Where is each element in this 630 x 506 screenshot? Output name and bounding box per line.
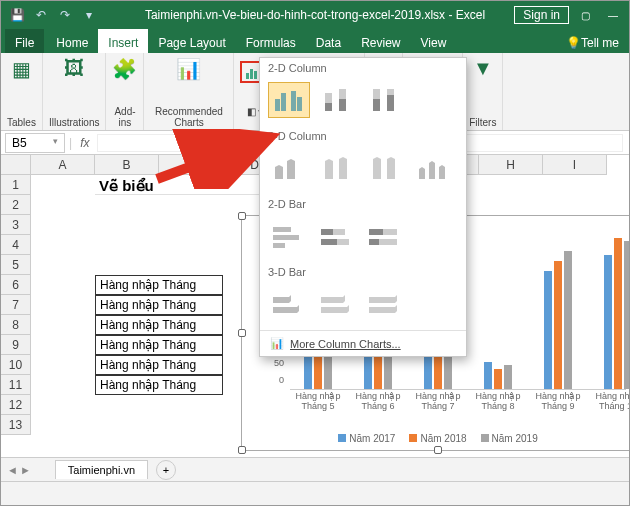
row-header-11[interactable]: 11 [1, 375, 31, 395]
sheet-tab-bar: ◄ ► Taimienphi.vn + [1, 457, 629, 481]
stacked-100-column-option[interactable] [364, 82, 406, 118]
row-header-10[interactable]: 10 [1, 355, 31, 375]
col-header-I[interactable]: I [543, 155, 607, 175]
clustered-3d-bar-option[interactable] [268, 286, 310, 322]
col-header-H[interactable]: H [479, 155, 543, 175]
group-tables[interactable]: ▦ Tables [1, 53, 43, 130]
col-header-A[interactable]: A [31, 155, 95, 175]
qat-customize-icon[interactable]: ▾ [79, 5, 99, 25]
gallery-section-3d-bar: 3-D Bar [260, 262, 466, 282]
stacked-100-3d-bar-option[interactable] [364, 286, 406, 322]
svg-rect-11 [387, 95, 394, 111]
row-header-1[interactable]: 1 [1, 175, 31, 195]
svg-rect-9 [373, 99, 380, 111]
row-header-7[interactable]: 7 [1, 295, 31, 315]
group-recommended-charts[interactable]: 📊 Recommended Charts [144, 53, 234, 130]
row-header-4[interactable]: 4 [1, 235, 31, 255]
clustered-bar-option[interactable] [268, 218, 310, 254]
gallery-section-2d-column: 2-D Column [260, 58, 466, 78]
svg-rect-18 [321, 239, 337, 245]
row-header-3[interactable]: 3 [1, 215, 31, 235]
name-box[interactable]: B5▾ [5, 133, 65, 153]
svg-rect-20 [369, 229, 383, 235]
gallery-section-3d-column: 3-D Column [260, 126, 466, 146]
tab-review[interactable]: Review [351, 29, 410, 53]
svg-rect-16 [321, 229, 333, 235]
tell-me-label: Tell me [581, 36, 619, 50]
stacked-bar-option[interactable] [316, 218, 358, 254]
addins-label: Add- ins [114, 106, 135, 128]
stacked-100-3d-column-option[interactable] [364, 150, 406, 186]
cell-title[interactable]: Vẽ biểu [95, 175, 275, 195]
tab-file[interactable]: File [5, 29, 44, 53]
tab-view[interactable]: View [411, 29, 457, 53]
svg-rect-1 [281, 93, 286, 111]
svg-rect-0 [275, 99, 280, 111]
svg-rect-5 [325, 103, 332, 111]
tables-label: Tables [7, 117, 36, 128]
table-cell[interactable]: Hàng nhập Tháng [95, 295, 223, 315]
gallery-section-2d-bar: 2-D Bar [260, 194, 466, 214]
row-header-5[interactable]: 5 [1, 255, 31, 275]
clustered-column-option[interactable] [268, 82, 310, 118]
minimize-icon[interactable]: — [601, 5, 625, 25]
fx-icon[interactable]: fx [72, 136, 97, 150]
more-column-charts-link[interactable]: 📊 More Column Charts... [260, 330, 466, 356]
svg-rect-13 [273, 235, 299, 240]
row-header-6[interactable]: 6 [1, 275, 31, 295]
tab-formulas[interactable]: Formulas [236, 29, 306, 53]
sign-in-button[interactable]: Sign in [514, 6, 569, 24]
svg-rect-7 [339, 99, 346, 111]
ribbon-options-icon[interactable]: ▢ [573, 5, 597, 25]
stacked-3d-column-option[interactable] [316, 150, 358, 186]
row-header-13[interactable]: 13 [1, 415, 31, 435]
stacked-column-option[interactable] [316, 82, 358, 118]
undo-icon[interactable]: ↶ [31, 5, 51, 25]
tables-icon: ▦ [12, 57, 31, 81]
tab-data[interactable]: Data [306, 29, 351, 53]
table-cell[interactable]: Hàng nhập Tháng [95, 355, 223, 375]
3d-column-option[interactable] [412, 150, 454, 186]
table-cell[interactable]: Hàng nhập Tháng [95, 335, 223, 355]
tab-tell-me[interactable]: 💡 Tell me [556, 29, 629, 53]
table-cell[interactable]: Hàng nhập Tháng [95, 275, 223, 295]
stacked-3d-bar-option[interactable] [316, 286, 358, 322]
select-all-corner[interactable] [1, 155, 31, 175]
sheet-nav-prev-icon[interactable]: ◄ [7, 464, 18, 476]
row-header-9[interactable]: 9 [1, 335, 31, 355]
col-header-B[interactable]: B [95, 155, 159, 175]
svg-rect-14 [273, 243, 285, 248]
ribbon-tabs: File Home Insert Page Layout Formulas Da… [1, 29, 629, 53]
stacked-100-bar-option[interactable] [364, 218, 406, 254]
addins-icon: 🧩 [112, 57, 137, 81]
col-header-C[interactable]: C [159, 155, 223, 175]
recommended-charts-icon: 📊 [176, 57, 201, 81]
row-header-8[interactable]: 8 [1, 315, 31, 335]
add-sheet-button[interactable]: + [156, 460, 176, 480]
illustrations-label: Illustrations [49, 117, 100, 128]
clustered-3d-column-option[interactable] [268, 150, 310, 186]
filters-icon: ▼ [473, 57, 493, 80]
tab-insert[interactable]: Insert [98, 29, 148, 53]
table-cell[interactable]: Hàng nhập Tháng [95, 375, 223, 395]
group-illustrations[interactable]: 🖼 Illustrations [43, 53, 107, 130]
svg-rect-2 [291, 91, 296, 111]
title-bar: 💾 ↶ ↷ ▾ Taimienphi.vn-Ve-bieu-do-hinh-co… [1, 1, 629, 29]
svg-rect-3 [297, 97, 302, 111]
row-header-2[interactable]: 2 [1, 195, 31, 215]
sheet-tab-active[interactable]: Taimienphi.vn [55, 460, 148, 479]
status-bar [1, 481, 629, 505]
tab-page-layout[interactable]: Page Layout [148, 29, 235, 53]
group-filters[interactable]: ▼ Filters [463, 53, 503, 130]
filters-label: Filters [469, 117, 496, 128]
tab-home[interactable]: Home [46, 29, 98, 53]
row-headers[interactable]: 12345678910111213 [1, 175, 31, 435]
column-chart-gallery: 2-D Column 3-D Column 2-D Bar 3-D Bar 📊 … [259, 57, 467, 357]
table-cell[interactable]: Hàng nhập Tháng [95, 315, 223, 335]
redo-icon[interactable]: ↷ [55, 5, 75, 25]
sheet-nav-next-icon[interactable]: ► [20, 464, 31, 476]
row-header-12[interactable]: 12 [1, 395, 31, 415]
window-title: Taimienphi.vn-Ve-bieu-do-hinh-cot-trong-… [145, 8, 485, 22]
save-icon[interactable]: 💾 [7, 5, 27, 25]
group-addins[interactable]: 🧩 Add- ins [106, 53, 144, 130]
